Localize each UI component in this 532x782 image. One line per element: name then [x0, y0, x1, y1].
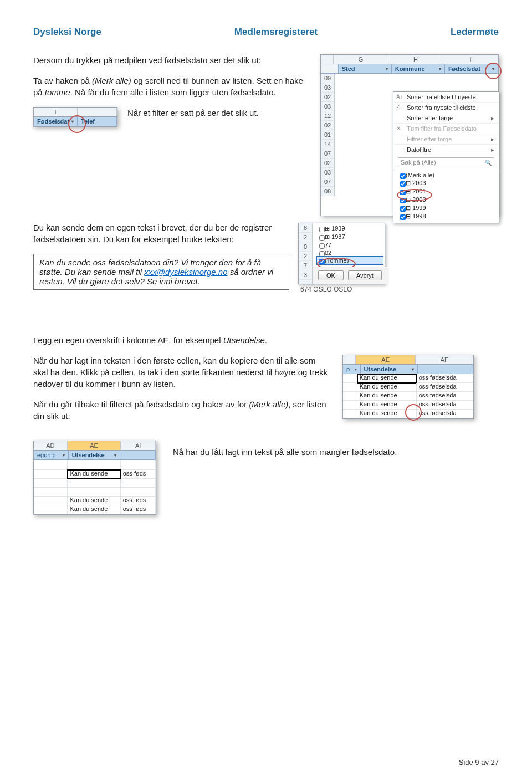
excel-filter-screenshot: G H I Sted▾ Kommune▾ Fødselsdat▾ 0903020…: [320, 54, 499, 216]
filter-icon: ▾: [386, 67, 388, 71]
cancel-button[interactable]: Avbryt: [348, 270, 382, 280]
col-header-utsendelse[interactable]: Utsendelse▾: [361, 365, 418, 374]
excel-tomme-screenshot: 820273 ⊞ 1939 ⊞ 1937 77 02 (Tomme) OK Av…: [298, 222, 385, 293]
para-1b: Ta av haken på (Merk alle) og scroll ned…: [33, 75, 310, 98]
filter-by-color[interactable]: Filtrer etter farge: [393, 134, 499, 145]
filter-icon: ▾: [63, 453, 65, 458]
filter-icon: ▾: [114, 453, 116, 458]
header-center: Medlemsregisteret: [234, 27, 318, 38]
col-header-sted[interactable]: Sted▾: [339, 64, 392, 74]
search-icon: 🔍: [485, 160, 492, 166]
filter-icon: ▾: [492, 67, 494, 71]
filter-search[interactable]: Søk på (Alle)🔍: [398, 157, 494, 167]
filter-icon: ▾: [71, 119, 74, 124]
para-1a: Dersom du trykker på nedpilen ved fødsel…: [33, 54, 310, 66]
date-filters[interactable]: Datofiltre: [393, 145, 499, 155]
example-text-box: Kan du sende oss fødselsdatoen din? Vi t…: [33, 254, 289, 290]
para-4: Nå har du fått lagt inn tekst på alle so…: [173, 446, 397, 458]
col-header-fodselsdat[interactable]: Fødselsdat▾: [34, 117, 78, 126]
para-3c: Når du går tilbake til filteret på fødse…: [33, 398, 332, 422]
sort-desc[interactable]: Z↓Sorter fra nyeste til eldste: [393, 103, 499, 113]
col-header-utsendelse-2[interactable]: Utsendelse▾: [69, 451, 120, 460]
para-3b: Når du har lagt inn teksten i den første…: [33, 355, 332, 390]
filter-icon: ▾: [439, 67, 441, 71]
filter-menu: A↓Sorter fra eldste til nyeste Z↓Sorter …: [393, 91, 499, 223]
sort-asc[interactable]: A↓Sorter fra eldste til nyeste: [393, 92, 499, 103]
header-right: Ledermøte: [451, 27, 499, 38]
para-1c: Når et filter er satt på ser det slik ut…: [127, 107, 259, 119]
sort-color[interactable]: Sorter etter farge: [393, 113, 499, 124]
filter-icon: ▾: [412, 367, 414, 372]
col-header-telef[interactable]: Telef: [78, 117, 117, 126]
header-left: Dysleksi Norge: [33, 27, 101, 38]
para-3a: Legg en egen overskrift i kolonne AE, fo…: [33, 334, 499, 346]
filter-icon: ▾: [355, 367, 357, 372]
ok-button[interactable]: OK: [318, 270, 344, 280]
excel-ae-screenshot-2: AD AE AI egori p▾ Utsendelse▾ Kan du sen…: [33, 441, 156, 515]
excel-snippet-small: I Fødselsdat▾ Telef: [33, 107, 117, 127]
col-header-fodselsdat-main[interactable]: Fødselsdat▾: [445, 64, 498, 74]
page-header: Dysleksi Norge Medlemsregisteret Ledermø…: [33, 27, 499, 38]
col-header-kommune[interactable]: Kommune▾: [392, 64, 445, 74]
excel-ae-screenshot-1: AE AF p▾ Utsendelse▾ Kan du sendeoss fød…: [342, 355, 474, 419]
filter-check-list[interactable]: (Merk alle) ⊞ 2003 ⊞ 2001 ⊞ 2000 ⊞ 1999 …: [393, 170, 499, 223]
email-link[interactable]: xxx@dysleksinorge.no: [144, 267, 227, 277]
para-2a: Du kan sende dem en egen tekst i brevet,…: [33, 222, 288, 245]
clear-filter[interactable]: ✕Tøm filter fra Fødselsdato: [393, 124, 499, 134]
